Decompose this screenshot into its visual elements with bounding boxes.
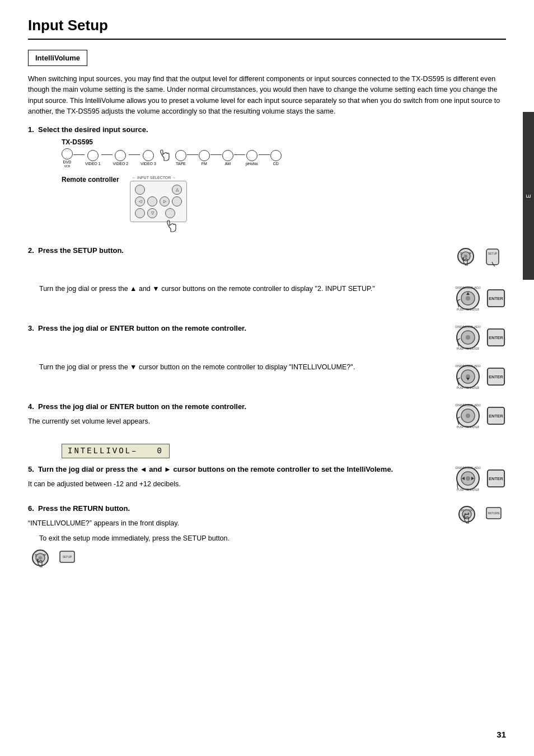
- lcd-display: INTELLIVOL– 0: [62, 444, 170, 458]
- sub-step-jog-2: Turn the jog dial or press the ▼ cursor …: [28, 362, 506, 391]
- step-6: 6. Press the RETURN button. “INTELLIVOLU…: [28, 503, 506, 574]
- step-6-content: 6. Press the RETURN button. “INTELLIVOLU…: [28, 503, 506, 530]
- remote-btn-left: ◁: [135, 196, 145, 206]
- step-4-content: 4. Press the jog dial or ENTER button on…: [28, 401, 506, 430]
- enter-button-icon-5: ENTER: [486, 468, 506, 489]
- step-4-text: 4. Press the jog dial or ENTER button on…: [28, 401, 437, 430]
- step-6-icons-return: RETURN RETURN: [455, 503, 506, 530]
- enter-button-icon-4: ENTER: [486, 406, 506, 426]
- btn-label-fm: FM: [202, 162, 207, 166]
- svg-text:DSP/MODE ADJ: DSP/MODE ADJ: [456, 403, 481, 407]
- section-box: IntelliVolume: [28, 50, 87, 66]
- btn-dvd: DVDVCR: [62, 148, 73, 168]
- step-3: 3. Press the jog dial or ENTER button on…: [28, 323, 506, 352]
- svg-text:SETUP: SETUP: [488, 252, 498, 255]
- remote-controller-section: Remote controller ← INPUT SELECTOR → △ ◁…: [62, 176, 506, 235]
- remote-grid: △ ◁ ▷ ▽: [130, 181, 187, 222]
- btn-circle-dvd: [62, 148, 73, 159]
- step-6-header: 6. Press the RETURN button.: [28, 503, 438, 514]
- remote-label: Remote controller: [62, 176, 123, 184]
- device-buttons: DVDVCR VIDEO 1 VIDEO 2 VIDEO 3: [62, 148, 506, 168]
- step-2: 2. Press the SETUP button. SETUP SETU: [28, 245, 506, 274]
- setup-button-icon-2: SETUP: [28, 547, 55, 574]
- remote-btn-right: ▷: [160, 196, 170, 206]
- btn-am: AM: [222, 150, 233, 166]
- svg-text:DSP/MODE ADJ: DSP/MODE ADJ: [456, 364, 481, 368]
- remote-btn-4: [135, 208, 145, 218]
- page-number: 31: [496, 730, 506, 739]
- side-tab: E: [523, 112, 534, 280]
- btn-label-tape: TAPE: [176, 162, 186, 166]
- sub-step-jog-1-icons: DSP/MODE ADJ PUSH TO ENTER ENTER: [453, 284, 506, 313]
- remote-btn-center: [147, 196, 157, 206]
- svg-text:SETUP: SETUP: [63, 555, 72, 558]
- remote-row-2: ◁ ▷: [135, 196, 182, 206]
- step-5-text: 5. Turn the jog dial or press the ◄ and …: [28, 464, 437, 493]
- btn-label-video3: VIDEO 3: [140, 162, 156, 166]
- enter-button-icon-3: ENTER: [486, 327, 506, 348]
- btn-circle-phono: [246, 150, 257, 161]
- sub-step-jog-1-content: Turn the jog dial or press the ▲ and ▼ c…: [28, 284, 506, 313]
- remote-btn-extra: [172, 196, 182, 206]
- jog-dial-icon-1: DSP/MODE ADJ PUSH TO ENTER: [453, 284, 483, 313]
- intro-text: When switching input sources, you may fi…: [28, 74, 506, 118]
- svg-text:DSP/MODE ADJ: DSP/MODE ADJ: [456, 325, 481, 328]
- svg-text:DSP/MODE ADJ: DSP/MODE ADJ: [456, 466, 481, 469]
- svg-point-54: [39, 556, 42, 560]
- svg-point-3: [464, 255, 467, 258]
- step-3-icons: DSP/MODE ADJ PUSH TO ENTER ENTER: [453, 323, 506, 352]
- step-4-icons: DSP/MODE ADJ PUSH TO ENTER ENTER: [453, 401, 506, 430]
- step-5-icons: DSP/MODE ADJ PUSH TO ENTER ENTER: [453, 464, 506, 493]
- lcd-text: INTELLIVOL– 0: [68, 447, 163, 456]
- btn-video1: VIDEO 1: [85, 150, 101, 166]
- btn-circle-video2: [115, 150, 126, 161]
- step-5: 5. Turn the jog dial or press the ◄ and …: [28, 464, 506, 493]
- svg-text:ENTER: ENTER: [489, 476, 503, 481]
- btn-label-video1: VIDEO 1: [85, 162, 101, 166]
- remote-row-1: △: [135, 185, 182, 195]
- svg-text:RETURN: RETURN: [488, 511, 500, 515]
- svg-text:ENTER: ENTER: [489, 413, 503, 418]
- remote-btn-1: [135, 185, 145, 195]
- sub-step-jog-2-content: Turn the jog dial or press the ▼ cursor …: [28, 362, 506, 391]
- step-2-content: 2. Press the SETUP button. SETUP SETU: [28, 245, 506, 274]
- btn-tape: TAPE: [175, 150, 186, 166]
- jog-dial-icon-3: DSP/MODE ADJ PUSH TO ENTER: [453, 323, 483, 352]
- svg-point-38: [466, 476, 470, 481]
- step-4: 4. Press the jog dial or ENTER button on…: [28, 401, 506, 430]
- setup-remote-icon-2: SETUP: [58, 550, 79, 571]
- step-1-header: 1. Select the desired input source.: [28, 125, 506, 134]
- btn-label-dvd: DVDVCR: [63, 160, 72, 168]
- step-4-body: The currently set volume level appears.: [28, 416, 437, 427]
- sub-step-jog-1: Turn the jog dial or press the ▲ and ▼ c…: [28, 284, 506, 313]
- step-1-number: 1.: [28, 125, 38, 134]
- setup-button-icon: SETUP: [453, 245, 480, 274]
- svg-point-8: [466, 296, 470, 300]
- device-label: TX-DS595: [62, 138, 506, 146]
- remote-btn-up: △: [172, 185, 182, 195]
- step-3-text: 3. Press the jog dial or ENTER button on…: [28, 323, 437, 352]
- enter-button-icon-1: ENTER: [486, 288, 506, 308]
- btn-fm: FM: [199, 150, 210, 166]
- btn-label-video2: VIDEO 2: [113, 162, 129, 166]
- input-selector-label: ← INPUT SELECTOR →: [130, 176, 187, 180]
- remote-btn-down: ▽: [147, 208, 157, 218]
- sub-step-jog-1-body: Turn the jog dial or press the ▲ and ▼ c…: [39, 284, 437, 294]
- sub-step-jog-2-text: Turn the jog dial or press the ▼ cursor …: [28, 362, 437, 391]
- svg-text:ENTER: ENTER: [489, 295, 503, 300]
- step-2-text: 2. Press the SETUP button.: [28, 245, 437, 274]
- step-2-icons: SETUP SETUP: [453, 245, 506, 274]
- step-1: 1. Select the desired input source. TX-D…: [28, 125, 506, 235]
- svg-point-16: [466, 335, 470, 340]
- step-6-body-2: To exit the setup mode immediately, pres…: [28, 534, 506, 542]
- step-5-body: It can be adjusted between -12 and +12 d…: [28, 479, 437, 490]
- step-5-header: 5. Turn the jog dial or press the ◄ and …: [28, 464, 437, 475]
- svg-text:ENTER: ENTER: [489, 335, 503, 340]
- btn-circle-video1: [87, 150, 99, 161]
- sub-step-jog-2-icons: DSP/MODE ADJ PUSH TO ENTER ENTER: [453, 362, 506, 391]
- btn-circle-am: [222, 150, 233, 161]
- step-6-icons-setup: SETUP SETUP: [28, 547, 506, 574]
- step-4-header: 4. Press the jog dial or ENTER button on…: [28, 401, 437, 412]
- jog-dial-icon-4: DSP/MODE ADJ PUSH TO ENTER: [453, 401, 483, 430]
- enter-button-icon-2: ENTER: [486, 367, 506, 387]
